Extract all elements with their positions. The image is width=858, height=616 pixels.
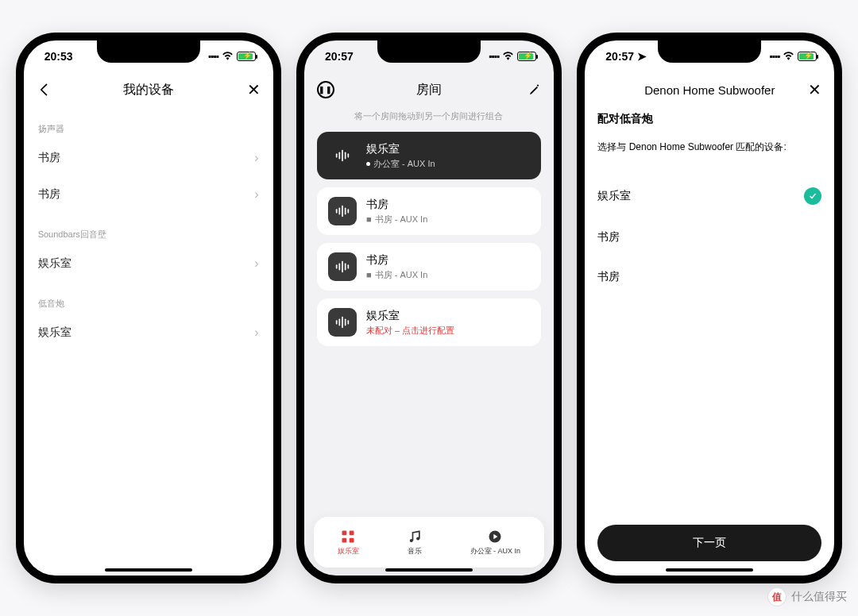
status-dot-icon [366, 162, 370, 166]
device-list: 扬声器 书房 › 书房 › Soundbars回音壁 娱乐室 › 低音炮 娱乐室… [24, 107, 273, 576]
close-button[interactable]: ✕ [808, 72, 821, 107]
status-indicators: ▪▪▪▪ ⚡ [208, 51, 256, 63]
nav-title: 我的设备 [123, 82, 174, 98]
room-subtitle: ■ 书房 - AUX In [366, 214, 427, 225]
status-time: 20:57 ➤ [605, 50, 647, 63]
device-label: 书房 [38, 187, 60, 202]
svg-point-24 [409, 538, 412, 541]
wifi-icon [502, 51, 514, 63]
next-button[interactable]: 下一页 [597, 525, 821, 561]
signal-icon: ▪▪▪▪ [489, 51, 499, 62]
chevron-right-icon: › [254, 256, 258, 271]
device-row[interactable]: 书房 › [37, 140, 261, 176]
room-title: 娱乐室 [366, 309, 454, 323]
home-indicator[interactable] [105, 568, 192, 572]
nav-title: 房间 [416, 82, 442, 98]
room-card[interactable]: 书房 ■ 书房 - AUX In [317, 187, 541, 235]
pause-button[interactable]: ❚❚ [317, 72, 334, 107]
signal-icon: ▪▪▪▪ [769, 51, 779, 62]
tab-label: 娱乐室 [338, 546, 359, 556]
home-indicator[interactable] [385, 568, 473, 572]
room-card[interactable]: 娱乐室 未配对 – 点击进行配置 [317, 298, 541, 346]
tab-bar: 娱乐室 音乐 办公室 - AUX In [314, 517, 544, 568]
pause-icon: ❚❚ [317, 81, 334, 98]
drag-hint: 将一个房间拖动到另一个房间进行组合 [317, 110, 541, 122]
room-subtitle: 办公室 - AUX In [366, 158, 435, 170]
room-card[interactable]: 娱乐室 办公室 - AUX In [317, 132, 541, 179]
home-indicator[interactable] [666, 568, 753, 572]
room-subtitle-warning: 未配对 – 点击进行配置 [366, 325, 454, 337]
status-time: 20:57 [325, 50, 354, 63]
svg-rect-22 [342, 537, 347, 542]
nav-bar: ❚❚ 房间 [304, 72, 554, 107]
speaker-icon [328, 308, 357, 337]
rooms-list: 将一个房间拖动到另一个房间进行组合 娱乐室 办公室 - AUX In 书房 ■ … [304, 107, 554, 517]
wifi-icon [222, 51, 234, 63]
device-row[interactable]: 书房 › [37, 176, 261, 213]
option-label: 书房 [597, 270, 620, 284]
battery-icon: ⚡ [798, 52, 817, 61]
device-label: 娱乐室 [38, 256, 72, 271]
svg-rect-20 [342, 530, 347, 535]
phone-1: 20:53 ▪▪▪▪ ⚡ 我的设备 ✕ 扬声器 书房 › 书房 [16, 33, 281, 583]
tab-now-playing[interactable]: 办公室 - AUX In [470, 529, 521, 556]
option-label: 书房 [597, 230, 620, 244]
section-header: Soundbars回音壁 [37, 229, 261, 241]
chevron-right-icon: › [254, 325, 258, 340]
grid-icon [340, 529, 356, 545]
music-icon [407, 529, 423, 545]
status-time: 20:53 [44, 50, 73, 63]
next-label: 下一页 [693, 536, 726, 550]
tab-label: 办公室 - AUX In [470, 546, 521, 556]
section-header: 低音炮 [37, 298, 261, 310]
status-indicators: ▪▪▪▪ ⚡ [489, 51, 536, 63]
back-button[interactable] [37, 72, 52, 107]
device-row[interactable]: 娱乐室 › [37, 314, 261, 351]
nav-title: Denon Home Subwoofer [644, 83, 775, 97]
watermark: 值 什么值得买 [767, 587, 847, 606]
svg-point-25 [416, 537, 419, 540]
device-row[interactable]: 娱乐室 › [37, 245, 261, 282]
room-subtitle: ■ 书房 - AUX In [366, 269, 427, 281]
pair-option[interactable]: 书房 [597, 218, 821, 257]
room-title: 书房 [366, 253, 427, 268]
nav-bar: 我的设备 ✕ [24, 72, 273, 107]
notch [377, 40, 481, 63]
speaker-icon [328, 141, 357, 170]
nav-bar: Denon Home Subwoofer ✕ [585, 72, 834, 107]
wifi-icon [783, 51, 794, 63]
phone-2: 20:57 ▪▪▪▪ ⚡ ❚❚ 房间 将一个房间拖动到另一个房间进行组合 [296, 33, 562, 583]
location-icon: ➤ [637, 50, 647, 63]
play-icon [487, 529, 503, 545]
section-heading: 配对低音炮 [597, 112, 821, 126]
room-card[interactable]: 书房 ■ 书房 - AUX In [317, 243, 541, 291]
section-header: 扬声器 [37, 123, 261, 135]
tab-music[interactable]: 音乐 [407, 529, 423, 556]
pair-option[interactable]: 书房 [597, 257, 821, 297]
signal-icon: ▪▪▪▪ [208, 51, 218, 62]
status-indicators: ▪▪▪▪ ⚡ [769, 51, 817, 63]
option-label: 娱乐室 [597, 189, 631, 203]
check-icon [804, 187, 821, 205]
device-label: 书房 [38, 151, 60, 165]
section-subtitle: 选择与 Denon Home Subwoofer 匹配的设备: [597, 141, 821, 154]
tab-label: 音乐 [408, 546, 422, 556]
chevron-right-icon: › [254, 187, 258, 202]
notch [97, 40, 200, 63]
room-title: 娱乐室 [366, 142, 435, 156]
watermark-text: 什么值得买 [791, 590, 847, 604]
pair-option[interactable]: 娱乐室 [597, 175, 821, 218]
chevron-right-icon: › [254, 151, 258, 165]
edit-button[interactable] [528, 72, 541, 107]
watermark-logo-icon: 值 [767, 587, 786, 606]
battery-icon: ⚡ [237, 52, 256, 61]
svg-rect-21 [350, 530, 354, 535]
speaker-icon [328, 252, 357, 281]
speaker-icon [328, 197, 357, 225]
device-label: 娱乐室 [38, 325, 72, 340]
pairing-content: 配对低音炮 选择与 Denon Home Subwoofer 匹配的设备: 娱乐… [585, 107, 834, 525]
close-button[interactable]: ✕ [247, 72, 261, 107]
notch [658, 40, 761, 63]
room-title: 书房 [366, 198, 427, 212]
tab-rooms[interactable]: 娱乐室 [338, 529, 359, 556]
